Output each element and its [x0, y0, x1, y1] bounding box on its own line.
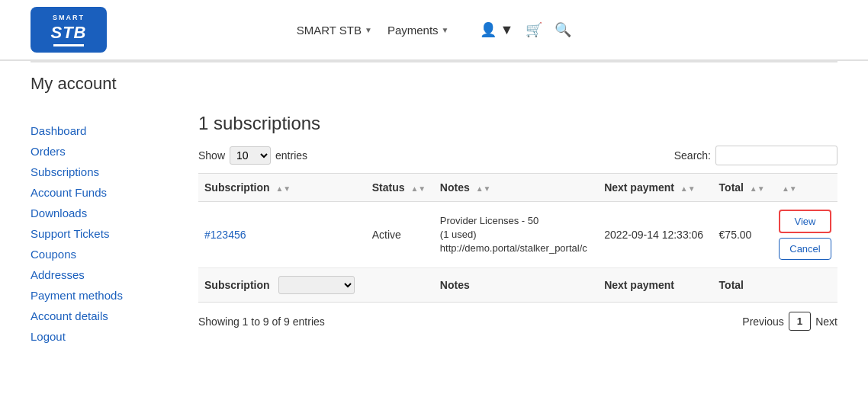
page-title-area: My account	[0, 62, 868, 98]
showing-text: Showing 1 to 9 of 9 entries	[198, 316, 325, 328]
footer-subscription-select[interactable]	[278, 276, 355, 294]
sidebar-item-coupons[interactable]: Coupons	[31, 244, 183, 264]
notes-line1: Provider Licenses - 50	[440, 214, 592, 228]
sidebar-item-logout[interactable]: Logout	[31, 326, 183, 347]
entries-label: entries	[275, 149, 307, 162]
action-buttons: View Cancel	[779, 210, 831, 260]
footer-notes-label: Notes	[440, 279, 470, 291]
col-total[interactable]: Total ▲▼	[713, 174, 773, 202]
nav-payments-chevron: ▼	[442, 26, 449, 34]
cell-status: Active	[366, 202, 434, 268]
pagination: Previous 1 Next	[742, 312, 837, 331]
footer-next-payment-label: Next payment	[604, 279, 674, 291]
footer-subscription: Subscription	[198, 268, 366, 303]
subscription-link[interactable]: #123456	[204, 229, 246, 241]
col-status-sort: ▲▼	[410, 184, 426, 193]
sidebar-item-dashboard[interactable]: Dashboard	[31, 120, 183, 141]
table-header: Subscription ▲▼ Status ▲▼ Notes ▲▼ Next …	[198, 174, 837, 202]
col-status-label: Status	[372, 181, 405, 194]
main-nav: SMART STB ▼ Payments ▼ 👤 ▼ 🛒 🔍	[297, 21, 572, 38]
sidebar-item-addresses[interactable]: Addresses	[31, 264, 183, 285]
footer-notes: Notes	[434, 268, 598, 303]
col-subscription-sort: ▲▼	[275, 184, 291, 193]
next-page-link[interactable]: Next	[815, 316, 837, 328]
status-text: Active	[372, 229, 401, 241]
footer-actions-empty	[773, 268, 837, 303]
col-total-label: Total	[719, 181, 744, 194]
logo-stb-text: STB	[51, 23, 87, 43]
col-subscription-label: Subscription	[204, 181, 270, 194]
col-status[interactable]: Status ▲▼	[366, 174, 434, 202]
page-title: My account	[31, 74, 837, 94]
table-row: #123456 Active Provider Licenses - 50 (1…	[198, 202, 837, 268]
cell-actions: View Cancel	[773, 202, 837, 268]
search-input[interactable]	[715, 146, 837, 165]
cell-total: €75.00	[713, 202, 773, 268]
sidebar-item-account-details[interactable]: Account details	[31, 306, 183, 326]
sidebar-item-support-tickets[interactable]: Support Tickets	[31, 223, 183, 244]
notes-content: Provider Licenses - 50 (1 used) http://d…	[440, 214, 592, 256]
sidebar-item-account-funds[interactable]: Account Funds	[31, 182, 183, 203]
table-body: #123456 Active Provider Licenses - 50 (1…	[198, 202, 837, 268]
nav-payments-label: Payments	[387, 24, 439, 37]
col-total-sort: ▲▼	[750, 184, 765, 193]
footer-total: Total	[713, 268, 773, 303]
col-actions: ▲▼	[773, 174, 837, 202]
sidebar-item-payment-methods[interactable]: Payment methods	[31, 285, 183, 306]
main-content: 1 subscriptions Show 10 25 50 100 entrie…	[198, 113, 837, 347]
total-value: €75.00	[719, 229, 752, 241]
table-controls: Show 10 25 50 100 entries Search:	[198, 146, 837, 165]
header-icons: 👤 ▼ 🛒 🔍	[480, 21, 572, 38]
cell-notes: Provider Licenses - 50 (1 used) http://d…	[434, 202, 598, 268]
view-button[interactable]: View	[779, 210, 831, 233]
sidebar-item-subscriptions[interactable]: Subscriptions	[31, 162, 183, 182]
nav-payments[interactable]: Payments ▼	[387, 24, 449, 37]
nav-smartstb-label: SMART STB	[297, 24, 362, 37]
col-next-payment-label: Next payment	[604, 181, 674, 194]
nav-smartstb[interactable]: SMART STB ▼	[297, 24, 372, 37]
subscriptions-table: Subscription ▲▼ Status ▲▼ Notes ▲▼ Next …	[198, 173, 837, 303]
table-footer: Subscription Notes Next payment Total	[198, 268, 837, 303]
col-next-payment[interactable]: Next payment ▲▼	[598, 174, 712, 202]
cell-subscription-id: #123456	[198, 202, 366, 268]
show-label: Show	[198, 149, 225, 162]
cell-next-payment: 2022-09-14 12:33:06	[598, 202, 712, 268]
notes-line3: http://demo.portal/stalker_portal/c	[440, 242, 592, 255]
col-subscription[interactable]: Subscription ▲▼	[198, 174, 366, 202]
nav-smartstb-chevron: ▼	[365, 26, 372, 34]
col-next-payment-sort: ▲▼	[680, 184, 696, 193]
sidebar-item-orders[interactable]: Orders	[31, 141, 183, 162]
search-label: Search:	[674, 149, 711, 162]
logo-smart-text: SMART	[53, 14, 85, 21]
sidebar-item-downloads[interactable]: Downloads	[31, 203, 183, 223]
pagination-area: Showing 1 to 9 of 9 entries Previous 1 N…	[198, 312, 837, 331]
search-area: Search:	[674, 146, 837, 165]
footer-empty1	[366, 268, 434, 303]
prev-page-link[interactable]: Previous	[742, 316, 783, 328]
show-entries-control: Show 10 25 50 100 entries	[198, 146, 307, 165]
col-notes-label: Notes	[440, 181, 470, 194]
user-icon[interactable]: 👤 ▼	[480, 21, 514, 38]
col-notes[interactable]: Notes ▲▼	[434, 174, 598, 202]
page-1-button[interactable]: 1	[789, 312, 811, 331]
entries-select[interactable]: 10 25 50 100	[230, 146, 271, 165]
logo[interactable]: SMART STB	[31, 7, 107, 53]
search-icon[interactable]: 🔍	[555, 21, 571, 38]
col-actions-sort: ▲▼	[782, 184, 797, 193]
cart-icon[interactable]: 🛒	[526, 21, 542, 38]
footer-next-payment: Next payment	[598, 268, 712, 303]
logo-underline	[53, 44, 84, 46]
cancel-button[interactable]: Cancel	[779, 238, 831, 260]
col-notes-sort: ▲▼	[476, 184, 491, 193]
subscriptions-title: 1 subscriptions	[198, 113, 837, 134]
main-container: Dashboard Orders Subscriptions Account F…	[0, 98, 868, 362]
notes-line2: (1 used)	[440, 228, 592, 242]
sidebar: Dashboard Orders Subscriptions Account F…	[31, 113, 183, 347]
footer-total-label: Total	[719, 279, 744, 291]
next-payment-value: 2022-09-14 12:33:06	[604, 229, 703, 241]
footer-subscription-label: Subscription	[204, 279, 270, 291]
header: SMART STB SMART STB ▼ Payments ▼ 👤 ▼ 🛒 🔍	[0, 0, 868, 61]
